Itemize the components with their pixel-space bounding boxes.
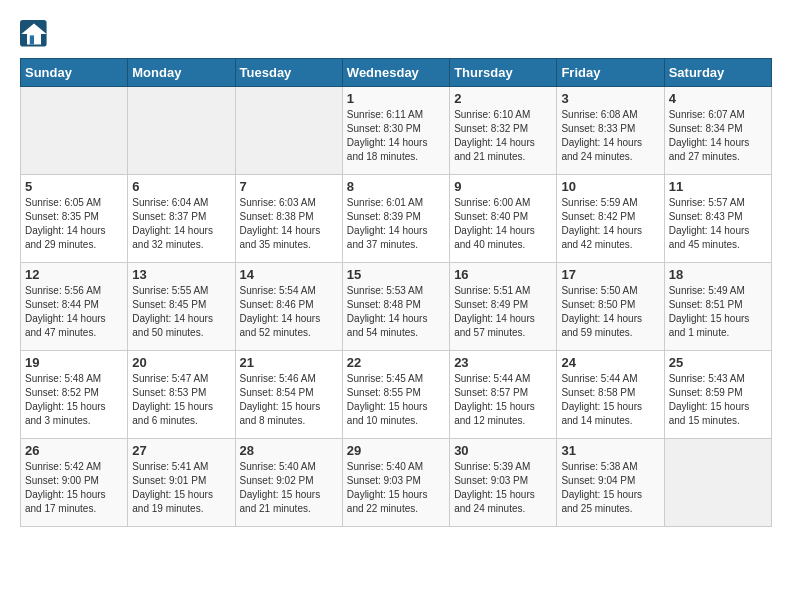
week-row-5: 26Sunrise: 5:42 AMSunset: 9:00 PMDayligh…	[21, 439, 772, 527]
header-monday: Monday	[128, 59, 235, 87]
calendar-cell: 15Sunrise: 5:53 AMSunset: 8:48 PMDayligh…	[342, 263, 449, 351]
calendar-cell: 13Sunrise: 5:55 AMSunset: 8:45 PMDayligh…	[128, 263, 235, 351]
calendar-cell	[21, 87, 128, 175]
day-info: Sunrise: 6:03 AMSunset: 8:38 PMDaylight:…	[240, 196, 338, 252]
calendar-cell: 10Sunrise: 5:59 AMSunset: 8:42 PMDayligh…	[557, 175, 664, 263]
calendar-cell: 20Sunrise: 5:47 AMSunset: 8:53 PMDayligh…	[128, 351, 235, 439]
day-number: 6	[132, 179, 230, 194]
calendar-cell: 9Sunrise: 6:00 AMSunset: 8:40 PMDaylight…	[450, 175, 557, 263]
day-number: 21	[240, 355, 338, 370]
day-info: Sunrise: 5:49 AMSunset: 8:51 PMDaylight:…	[669, 284, 767, 340]
day-number: 10	[561, 179, 659, 194]
header-tuesday: Tuesday	[235, 59, 342, 87]
calendar-cell: 18Sunrise: 5:49 AMSunset: 8:51 PMDayligh…	[664, 263, 771, 351]
day-info: Sunrise: 5:39 AMSunset: 9:03 PMDaylight:…	[454, 460, 552, 516]
calendar-cell: 27Sunrise: 5:41 AMSunset: 9:01 PMDayligh…	[128, 439, 235, 527]
week-row-1: 1Sunrise: 6:11 AMSunset: 8:30 PMDaylight…	[21, 87, 772, 175]
day-info: Sunrise: 5:51 AMSunset: 8:49 PMDaylight:…	[454, 284, 552, 340]
week-row-4: 19Sunrise: 5:48 AMSunset: 8:52 PMDayligh…	[21, 351, 772, 439]
day-number: 12	[25, 267, 123, 282]
day-number: 8	[347, 179, 445, 194]
header-saturday: Saturday	[664, 59, 771, 87]
header-wednesday: Wednesday	[342, 59, 449, 87]
page-header	[20, 20, 772, 48]
day-number: 7	[240, 179, 338, 194]
calendar-body: 1Sunrise: 6:11 AMSunset: 8:30 PMDaylight…	[21, 87, 772, 527]
day-info: Sunrise: 5:55 AMSunset: 8:45 PMDaylight:…	[132, 284, 230, 340]
day-info: Sunrise: 6:01 AMSunset: 8:39 PMDaylight:…	[347, 196, 445, 252]
day-info: Sunrise: 5:40 AMSunset: 9:02 PMDaylight:…	[240, 460, 338, 516]
logo-icon	[20, 20, 48, 48]
day-number: 4	[669, 91, 767, 106]
day-number: 16	[454, 267, 552, 282]
day-number: 26	[25, 443, 123, 458]
calendar-cell	[128, 87, 235, 175]
calendar-cell: 22Sunrise: 5:45 AMSunset: 8:55 PMDayligh…	[342, 351, 449, 439]
calendar-cell: 23Sunrise: 5:44 AMSunset: 8:57 PMDayligh…	[450, 351, 557, 439]
calendar-cell: 8Sunrise: 6:01 AMSunset: 8:39 PMDaylight…	[342, 175, 449, 263]
calendar-cell: 16Sunrise: 5:51 AMSunset: 8:49 PMDayligh…	[450, 263, 557, 351]
day-info: Sunrise: 6:10 AMSunset: 8:32 PMDaylight:…	[454, 108, 552, 164]
day-info: Sunrise: 5:44 AMSunset: 8:57 PMDaylight:…	[454, 372, 552, 428]
day-info: Sunrise: 5:44 AMSunset: 8:58 PMDaylight:…	[561, 372, 659, 428]
calendar-cell: 3Sunrise: 6:08 AMSunset: 8:33 PMDaylight…	[557, 87, 664, 175]
day-info: Sunrise: 5:45 AMSunset: 8:55 PMDaylight:…	[347, 372, 445, 428]
calendar-cell: 29Sunrise: 5:40 AMSunset: 9:03 PMDayligh…	[342, 439, 449, 527]
calendar-cell: 2Sunrise: 6:10 AMSunset: 8:32 PMDaylight…	[450, 87, 557, 175]
day-info: Sunrise: 6:00 AMSunset: 8:40 PMDaylight:…	[454, 196, 552, 252]
day-number: 24	[561, 355, 659, 370]
calendar-cell: 12Sunrise: 5:56 AMSunset: 8:44 PMDayligh…	[21, 263, 128, 351]
week-row-3: 12Sunrise: 5:56 AMSunset: 8:44 PMDayligh…	[21, 263, 772, 351]
day-info: Sunrise: 5:57 AMSunset: 8:43 PMDaylight:…	[669, 196, 767, 252]
header-sunday: Sunday	[21, 59, 128, 87]
calendar-cell	[235, 87, 342, 175]
day-info: Sunrise: 5:38 AMSunset: 9:04 PMDaylight:…	[561, 460, 659, 516]
day-number: 29	[347, 443, 445, 458]
day-info: Sunrise: 6:04 AMSunset: 8:37 PMDaylight:…	[132, 196, 230, 252]
header-row: SundayMondayTuesdayWednesdayThursdayFrid…	[21, 59, 772, 87]
calendar-cell: 25Sunrise: 5:43 AMSunset: 8:59 PMDayligh…	[664, 351, 771, 439]
calendar-cell: 28Sunrise: 5:40 AMSunset: 9:02 PMDayligh…	[235, 439, 342, 527]
day-info: Sunrise: 6:05 AMSunset: 8:35 PMDaylight:…	[25, 196, 123, 252]
day-number: 23	[454, 355, 552, 370]
day-number: 22	[347, 355, 445, 370]
day-info: Sunrise: 6:08 AMSunset: 8:33 PMDaylight:…	[561, 108, 659, 164]
day-number: 18	[669, 267, 767, 282]
calendar-table: SundayMondayTuesdayWednesdayThursdayFrid…	[20, 58, 772, 527]
calendar-cell: 6Sunrise: 6:04 AMSunset: 8:37 PMDaylight…	[128, 175, 235, 263]
calendar-cell: 14Sunrise: 5:54 AMSunset: 8:46 PMDayligh…	[235, 263, 342, 351]
day-number: 2	[454, 91, 552, 106]
day-info: Sunrise: 5:41 AMSunset: 9:01 PMDaylight:…	[132, 460, 230, 516]
day-number: 25	[669, 355, 767, 370]
day-info: Sunrise: 5:54 AMSunset: 8:46 PMDaylight:…	[240, 284, 338, 340]
day-info: Sunrise: 6:07 AMSunset: 8:34 PMDaylight:…	[669, 108, 767, 164]
day-info: Sunrise: 5:53 AMSunset: 8:48 PMDaylight:…	[347, 284, 445, 340]
calendar-cell: 26Sunrise: 5:42 AMSunset: 9:00 PMDayligh…	[21, 439, 128, 527]
day-info: Sunrise: 5:50 AMSunset: 8:50 PMDaylight:…	[561, 284, 659, 340]
calendar-cell: 19Sunrise: 5:48 AMSunset: 8:52 PMDayligh…	[21, 351, 128, 439]
calendar-cell: 5Sunrise: 6:05 AMSunset: 8:35 PMDaylight…	[21, 175, 128, 263]
day-info: Sunrise: 5:56 AMSunset: 8:44 PMDaylight:…	[25, 284, 123, 340]
calendar-cell	[664, 439, 771, 527]
day-number: 19	[25, 355, 123, 370]
day-info: Sunrise: 5:40 AMSunset: 9:03 PMDaylight:…	[347, 460, 445, 516]
calendar-cell: 17Sunrise: 5:50 AMSunset: 8:50 PMDayligh…	[557, 263, 664, 351]
day-number: 31	[561, 443, 659, 458]
day-number: 5	[25, 179, 123, 194]
calendar-cell: 4Sunrise: 6:07 AMSunset: 8:34 PMDaylight…	[664, 87, 771, 175]
day-number: 17	[561, 267, 659, 282]
day-info: Sunrise: 5:48 AMSunset: 8:52 PMDaylight:…	[25, 372, 123, 428]
day-info: Sunrise: 6:11 AMSunset: 8:30 PMDaylight:…	[347, 108, 445, 164]
day-number: 3	[561, 91, 659, 106]
day-number: 27	[132, 443, 230, 458]
day-info: Sunrise: 5:43 AMSunset: 8:59 PMDaylight:…	[669, 372, 767, 428]
day-number: 15	[347, 267, 445, 282]
calendar-cell: 31Sunrise: 5:38 AMSunset: 9:04 PMDayligh…	[557, 439, 664, 527]
calendar-cell: 1Sunrise: 6:11 AMSunset: 8:30 PMDaylight…	[342, 87, 449, 175]
day-number: 30	[454, 443, 552, 458]
header-thursday: Thursday	[450, 59, 557, 87]
calendar-header: SundayMondayTuesdayWednesdayThursdayFrid…	[21, 59, 772, 87]
calendar-cell: 30Sunrise: 5:39 AMSunset: 9:03 PMDayligh…	[450, 439, 557, 527]
day-number: 28	[240, 443, 338, 458]
logo	[20, 20, 50, 48]
